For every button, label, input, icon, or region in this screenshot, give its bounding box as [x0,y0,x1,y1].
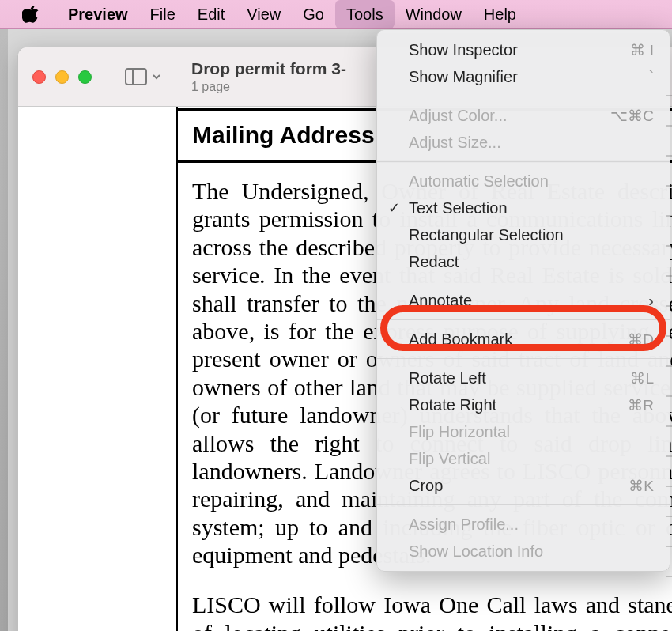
menuitem-rotate-left[interactable]: Rotate Left ⌘L [377,365,670,391]
menuitem-shortcut: ` [649,68,654,85]
menuitem-flip-horizontal: Flip Horizontal [377,418,670,445]
menuitem-label: Flip Horizontal [409,423,510,441]
obscured-right-edge [666,95,672,631]
menuitem-label: Rotate Right [409,396,496,414]
menuitem-rotate-right[interactable]: Rotate Right ⌘R [377,391,670,418]
menuitem-annotate[interactable]: Annotate › [377,287,670,314]
menuitem-label: Rectangular Selection [409,226,564,244]
menuitem-label: Text Selection [409,199,508,217]
background-app-strip [0,29,8,631]
menu-view[interactable]: View [236,0,292,28]
document-title: Drop permit form 3- [191,59,346,78]
document-page-count: 1 page [191,80,346,94]
menuitem-assign-profile: Assign Profile... [377,511,670,538]
menu-file[interactable]: File [139,0,187,28]
menuitem-label: Rotate Left [409,369,486,387]
menuitem-show-location-info: Show Location Info [377,538,670,565]
menuitem-crop[interactable]: Crop ⌘K [377,472,670,499]
menuitem-adjust-color: Adjust Color... ⌥⌘C [377,102,670,129]
apple-logo-icon[interactable] [22,6,40,23]
menu-separator [377,504,670,505]
menuitem-shortcut: ⌥⌘C [610,107,654,125]
menu-app-name[interactable]: Preview [57,0,139,28]
menuitem-label: Adjust Size... [409,134,501,152]
menuitem-label: Show Inspector [409,41,518,59]
menu-go[interactable]: Go [292,0,335,28]
menuitem-label: Show Location Info [409,542,543,561]
menuitem-shortcut: ⌘D [628,331,654,349]
menuitem-add-bookmark[interactable]: Add Bookmark ⌘D [377,326,670,353]
menuitem-label: Flip Vertical [409,450,490,468]
zoom-button[interactable] [78,70,92,84]
menuitem-shortcut: ⌘ I [630,41,654,59]
menu-tools[interactable]: Tools [335,0,395,28]
menuitem-label: Crop [409,477,443,495]
menuitem-rectangular-selection[interactable]: Rectangular Selection [377,221,670,248]
svg-rect-0 [126,69,146,85]
check-icon: ✓ [388,199,400,217]
menuitem-label: Redact [409,253,459,271]
menuitem-label: Add Bookmark [409,331,512,349]
menuitem-text-selection[interactable]: ✓ Text Selection [377,195,670,221]
menuitem-label: Annotate [409,292,472,310]
tools-dropdown: Show Inspector ⌘ I Show Magnifier ` Adju… [376,29,670,572]
menuitem-redact[interactable]: Redact [377,248,670,275]
body-paragraph-2: LISCO will follow Iowa One Call laws and… [192,591,672,631]
menuitem-shortcut: ⌘L [630,369,654,387]
menu-separator [377,96,670,96]
menuitem-adjust-size: Adjust Size... [377,129,670,156]
menuitem-shortcut: ⌘R [628,396,654,414]
menuitem-label: Automatic Selection [409,172,549,191]
sidebar-icon [125,68,147,85]
sidebar-toggle-button[interactable] [125,68,161,85]
menu-bar: Preview File Edit View Go Tools Window H… [0,0,672,29]
menuitem-automatic-selection: Automatic Selection [377,168,670,195]
menu-separator [377,358,670,359]
menu-window[interactable]: Window [395,0,473,28]
menuitem-label: Assign Profile... [409,516,519,534]
menuitem-show-magnifier[interactable]: Show Magnifier ` [377,63,670,90]
chevron-down-icon [152,72,161,81]
menuitem-label: Show Magnifier [409,68,518,86]
minimize-button[interactable] [55,70,69,84]
menu-help[interactable]: Help [473,0,527,28]
menu-separator [377,319,670,320]
menuitem-show-inspector[interactable]: Show Inspector ⌘ I [377,36,670,63]
chevron-right-icon: › [648,292,654,310]
menu-separator [377,161,670,162]
menu-separator [377,281,670,281]
close-button[interactable] [32,70,46,84]
menu-edit[interactable]: Edit [187,0,236,28]
menuitem-label: Adjust Color... [409,107,508,125]
menuitem-flip-vertical: Flip Vertical [377,445,670,472]
menuitem-shortcut: ⌘K [629,477,654,495]
window-controls [32,70,92,84]
